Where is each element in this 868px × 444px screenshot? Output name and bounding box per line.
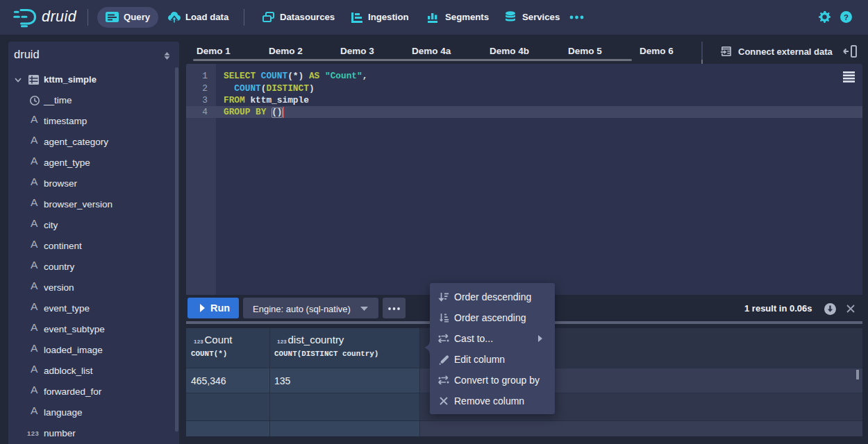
svg-text:?: ?: [844, 13, 849, 22]
